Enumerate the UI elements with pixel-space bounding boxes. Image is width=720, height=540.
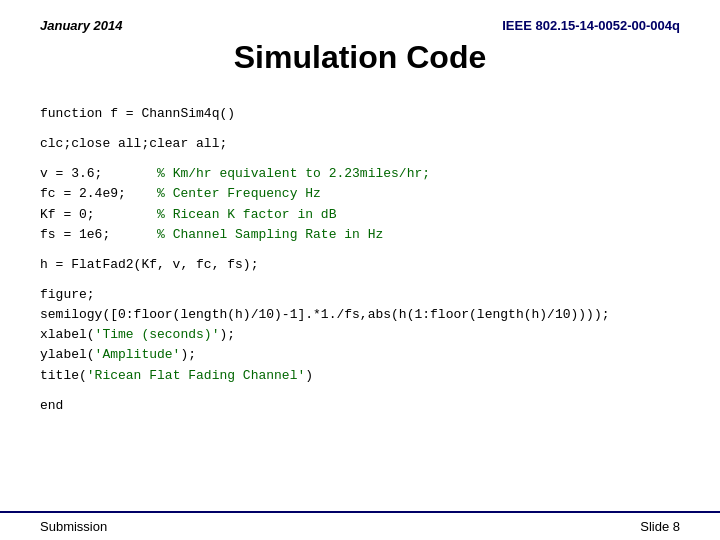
code-var-v: v = 3.6; <box>40 166 157 181</box>
slide: January 2014 IEEE 802.15-14-0052-00-004q… <box>0 0 720 540</box>
code-section-2: clc;close all;clear all; <box>40 134 680 154</box>
code-line-semilogy: semilogy([0:floor(length(h)/10)-1].*1./f… <box>40 305 680 325</box>
code-line-fs: fs = 1e6; % Channel Sampling Rate in Hz <box>40 225 680 245</box>
header: January 2014 IEEE 802.15-14-0052-00-004q <box>40 18 680 33</box>
header-doc-id: IEEE 802.15-14-0052-00-004q <box>502 18 680 33</box>
code-section-5: figure; semilogy([0:floor(length(h)/10)-… <box>40 285 680 386</box>
footer-slide-number: Slide 8 <box>640 519 680 534</box>
code-line-end: end <box>40 396 680 416</box>
footer: Submission Slide 8 <box>0 511 720 540</box>
code-comment-v: % Km/hr equivalent to 2.23miles/hr; <box>157 166 430 181</box>
code-line-xlabel: xlabel('Time (seconds)'); <box>40 325 680 345</box>
code-line-kf: Kf = 0; % Ricean K factor in dB <box>40 205 680 225</box>
header-date: January 2014 <box>40 18 122 33</box>
code-section-1: function f = ChannSim4q() <box>40 104 680 124</box>
code-comment-kf: % Ricean K factor in dB <box>157 207 336 222</box>
code-section-3: v = 3.6; % Km/hr equivalent to 2.23miles… <box>40 164 680 245</box>
code-comment-fc: % Center Frequency Hz <box>157 186 321 201</box>
code-line-ylabel: ylabel('Amplitude'); <box>40 345 680 365</box>
code-section-4: h = FlatFad2(Kf, v, fc, fs); <box>40 255 680 275</box>
code-line-fc: fc = 2.4e9; % Center Frequency Hz <box>40 184 680 204</box>
code-line-function: function f = ChannSim4q() <box>40 104 680 124</box>
code-var-fs: fs = 1e6; <box>40 227 157 242</box>
slide-title: Simulation Code <box>40 39 680 76</box>
code-comment-fs: % Channel Sampling Rate in Hz <box>157 227 383 242</box>
code-line-title: title('Ricean Flat Fading Channel') <box>40 366 680 386</box>
code-line-figure: figure; <box>40 285 680 305</box>
code-line-v: v = 3.6; % Km/hr equivalent to 2.23miles… <box>40 164 680 184</box>
code-var-kf: Kf = 0; <box>40 207 157 222</box>
footer-submission: Submission <box>40 519 107 534</box>
code-line-clc: clc;close all;clear all; <box>40 134 680 154</box>
code-var-fc: fc = 2.4e9; <box>40 186 157 201</box>
code-section-6: end <box>40 396 680 416</box>
code-block: function f = ChannSim4q() clc;close all;… <box>40 104 680 416</box>
code-line-h: h = FlatFad2(Kf, v, fc, fs); <box>40 255 680 275</box>
